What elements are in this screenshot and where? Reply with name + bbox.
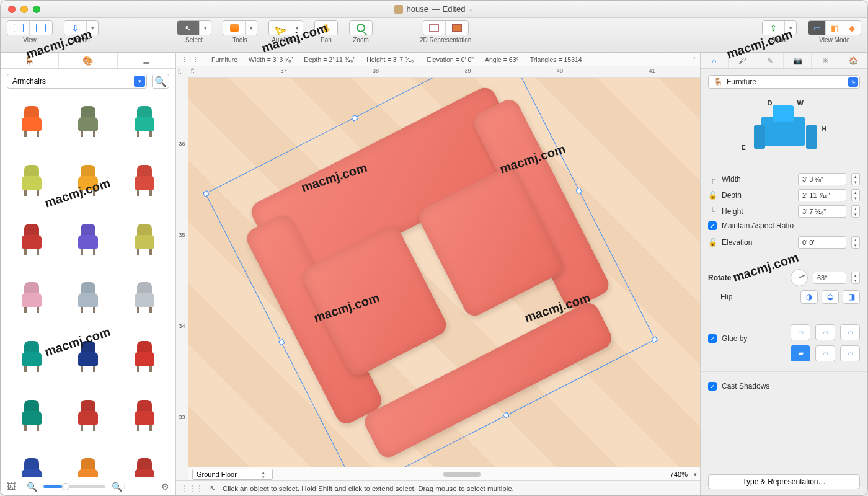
library-item[interactable] [63, 213, 113, 264]
auxiliaries-button[interactable]: 📐 ▾ [268, 20, 303, 35]
zoom-in-button[interactable]: 🔍+ [112, 482, 127, 492]
selected-furniture[interactable] [247, 84, 613, 449]
library-item[interactable] [63, 448, 113, 477]
library-tab-materials[interactable]: 🎨 [59, 53, 117, 68]
pan-tool[interactable]: ✋ [314, 20, 338, 35]
library-item[interactable] [63, 272, 113, 322]
depth-field[interactable]: 2' 11 ⁷⁄₁₆" [798, 189, 846, 202]
tools-button[interactable]: ▾ [223, 20, 257, 35]
viewmode-walk[interactable]: ◆ [843, 21, 861, 35]
select-tool[interactable]: ↖ ▾ [177, 20, 211, 35]
width-stepper[interactable]: ▴▾ [851, 173, 860, 185]
lock-icon[interactable]: 🔓 [708, 238, 717, 247]
close-window-button[interactable] [8, 6, 16, 13]
library-settings-button[interactable]: ⚙ [161, 482, 169, 492]
horizontal-scrollbar[interactable] [277, 472, 647, 477]
image-icon[interactable]: 🖼 [7, 482, 16, 492]
library-item[interactable] [7, 331, 57, 381]
library-search-button[interactable]: 🔍 [152, 74, 169, 89]
library-item[interactable] [63, 155, 113, 205]
glue-opt-6[interactable]: ▱ [840, 345, 860, 361]
import-button[interactable]: ⇩ ▾ [64, 20, 99, 35]
zoom-window-button[interactable] [33, 6, 40, 13]
library-item[interactable] [119, 331, 169, 381]
library-item[interactable] [7, 213, 57, 264]
library-item[interactable] [63, 96, 113, 146]
shadows-checkbox[interactable]: ✓ [708, 382, 717, 391]
inspector-tab-light[interactable]: ☀ [812, 53, 839, 68]
width-field[interactable]: 3' 3 ³⁄₈" [798, 173, 846, 185]
zoom-tool[interactable] [349, 20, 373, 35]
glue-checkbox[interactable]: ✓ [708, 334, 717, 343]
auxiliaries-menu[interactable]: ▾ [291, 21, 303, 35]
zoom-menu[interactable]: ▾ [690, 471, 700, 477]
library-tab-furniture[interactable]: 🪑 [1, 53, 59, 68]
inspector-tab-paint[interactable]: 🖌 [728, 53, 756, 68]
info-icon[interactable]: i [693, 56, 695, 63]
inspector-tab-geometry[interactable]: ⌂ [701, 53, 728, 68]
library-item[interactable] [119, 96, 169, 146]
viewmode-2d[interactable]: ▭ [808, 21, 826, 35]
object-type-select[interactable]: 🪑 Furniture ⇅ [708, 75, 860, 89]
minimize-window-button[interactable] [20, 6, 28, 13]
rotate-field[interactable]: 63° [813, 272, 846, 284]
selection-box[interactable] [205, 78, 655, 467]
view-toggle-right[interactable] [30, 21, 52, 35]
thumb-zoom-slider[interactable] [43, 485, 105, 488]
resize-handle-r[interactable] [575, 187, 582, 194]
rep-outline[interactable] [423, 21, 446, 35]
plan-viewport[interactable]: macmj.com macmj.com macmj.com macmj.com [188, 78, 700, 467]
library-item[interactable] [119, 213, 169, 264]
resize-handle-tl[interactable] [203, 190, 210, 197]
library-item[interactable] [119, 389, 169, 440]
glue-opt-4[interactable]: ▰ [790, 345, 810, 361]
view-toggle-left[interactable] [7, 21, 30, 35]
library-item[interactable] [7, 448, 57, 477]
floor-select[interactable]: Ground Floor ▴▾ [192, 469, 273, 480]
zoom-out-button[interactable]: −🔍 [22, 482, 37, 492]
library-item[interactable] [7, 272, 57, 322]
select-tool-menu[interactable]: ▾ [200, 21, 211, 35]
library-item[interactable] [7, 96, 57, 146]
elevation-field[interactable]: 0' 0" [798, 236, 846, 249]
flip-depth-button[interactable]: ◨ [843, 290, 860, 304]
tools-menu[interactable]: ▾ [246, 21, 257, 35]
title-menu-caret[interactable]: ⌄ [469, 6, 474, 12]
library-item[interactable] [7, 155, 57, 205]
elevation-stepper[interactable]: ▴▾ [851, 236, 860, 249]
height-field[interactable]: 3' 7 ⁵⁄₁₆" [798, 205, 846, 218]
library-item[interactable] [7, 389, 57, 440]
rep-solid[interactable] [446, 21, 468, 35]
library-item[interactable] [119, 448, 169, 477]
glue-opt-2[interactable]: ▱ [815, 324, 835, 340]
glue-opt-1[interactable]: ▱ [790, 324, 810, 340]
inspector-tab-edit[interactable]: ✎ [756, 53, 784, 68]
library-tab-list[interactable]: ≣ [118, 53, 175, 68]
share-menu[interactable]: ▾ [785, 21, 796, 35]
height-stepper[interactable]: ▴▾ [851, 205, 860, 218]
rotate-stepper[interactable]: ▴▾ [851, 272, 860, 284]
resize-handle-b[interactable] [503, 412, 510, 418]
viewmode-3d[interactable]: ◧ [826, 21, 843, 35]
glue-opt-3[interactable]: ▱ [840, 324, 860, 340]
resize-handle-l[interactable] [278, 339, 285, 346]
library-item[interactable] [63, 331, 113, 381]
library-item[interactable] [119, 272, 169, 322]
library-item[interactable] [63, 389, 113, 440]
library-item[interactable] [119, 155, 169, 205]
inspector-tab-building[interactable]: 🏠 [839, 53, 867, 68]
depth-stepper[interactable]: ▴▾ [851, 189, 860, 202]
category-select[interactable]: Armchairs ▾ [7, 74, 147, 89]
share-button[interactable]: ⇪ ▾ [762, 20, 797, 35]
import-menu[interactable]: ▾ [87, 21, 98, 35]
type-representation-button[interactable]: Type & Representation… [708, 474, 860, 489]
rotate-dial[interactable] [790, 269, 808, 286]
flip-horizontal-button[interactable]: ◑ [800, 290, 818, 304]
lock-icon[interactable]: 🔓 [708, 191, 717, 200]
resize-handle-t[interactable] [351, 115, 358, 122]
glue-opt-5[interactable]: ▱ [815, 345, 835, 361]
resize-handle-br[interactable] [651, 336, 658, 343]
flip-vertical-button[interactable]: ◒ [822, 290, 839, 304]
inspector-tab-camera[interactable]: 📷 [784, 53, 812, 68]
aspect-checkbox[interactable]: ✓ [708, 221, 717, 230]
